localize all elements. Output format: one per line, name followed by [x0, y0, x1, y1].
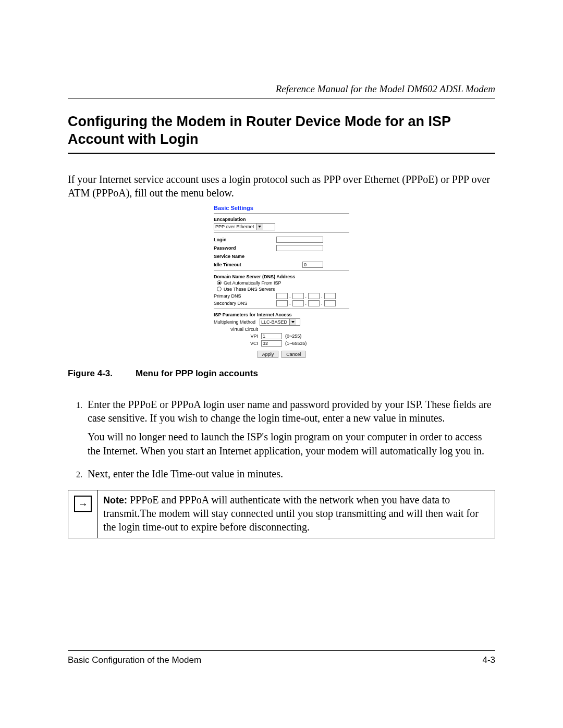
- basic-settings-figure: Basic Settings Encapsulation PPP over Et…: [214, 205, 349, 358]
- vci-hint: (1~65535): [285, 341, 307, 346]
- divider: [214, 232, 349, 233]
- virtual-circuit-label: Virtual Circuit: [214, 327, 261, 332]
- note-box: → Note: PPPoE and PPPoA will authenticat…: [68, 490, 495, 538]
- vpi-hint: (0~255): [285, 334, 301, 339]
- vci-label: VCI: [214, 341, 261, 346]
- apply-button[interactable]: Apply: [258, 351, 279, 358]
- section-heading: Configuring the Modem in Router Device M…: [68, 113, 495, 149]
- dns-auto-option[interactable]: Get Automatically From ISP: [217, 280, 349, 286]
- encapsulation-value: PPP over Ethernet: [215, 224, 254, 229]
- service-name-label: Service Name: [214, 254, 276, 259]
- mux-label: Multiplexing Method: [214, 319, 260, 325]
- arrow-right-icon: →: [74, 496, 92, 512]
- dns-auto-label: Get Automatically From ISP: [224, 280, 282, 286]
- cancel-button[interactable]: Cancel: [282, 351, 305, 358]
- intro-paragraph: If your Internet service account uses a …: [68, 172, 495, 200]
- secondary-dns-label: Secondary DNS: [214, 301, 276, 306]
- header-rule: [68, 98, 495, 98]
- secondary-dns-input[interactable]: . . .: [276, 300, 336, 306]
- step-2: Next, enter the Idle Time-out value in m…: [84, 467, 495, 480]
- dns-manual-option[interactable]: Use These DNS Servers: [217, 287, 349, 292]
- encapsulation-select[interactable]: PPP over Ethernet: [214, 223, 275, 230]
- isp-params-heading: ISP Parameters for Internet Access: [214, 312, 349, 317]
- divider: [214, 213, 349, 214]
- note-icon-cell: →: [68, 490, 98, 538]
- divider: [214, 309, 349, 309]
- manual-page: Reference Manual for the Model DM602 ADS…: [0, 0, 563, 728]
- vpi-input[interactable]: 1: [261, 333, 282, 339]
- step-1-text-b: You will no longer need to launch the IS…: [88, 430, 495, 458]
- primary-dns-label: Primary DNS: [214, 293, 276, 299]
- password-label: Password: [214, 245, 276, 251]
- chevron-down-icon: [289, 319, 296, 325]
- running-head: Reference Manual for the Model DM602 ADS…: [68, 83, 495, 95]
- step-2-text: Next, enter the Idle Time-out value in m…: [88, 468, 283, 479]
- password-input[interactable]: [276, 245, 323, 251]
- radio-icon: [217, 280, 222, 285]
- encapsulation-label: Encapsulation: [214, 217, 349, 222]
- footer-rule: [68, 650, 495, 651]
- login-label: Login: [214, 237, 276, 242]
- idle-timeout-input[interactable]: 0: [302, 262, 323, 268]
- figure-title: Menu for PPP login accounts: [136, 368, 258, 378]
- footer-left: Basic Configuration of the Modem: [68, 655, 201, 665]
- figure-caption: Figure 4-3.Menu for PPP login accounts: [68, 368, 495, 379]
- steps-list: Enter the PPPoE or PPPoA login user name…: [68, 398, 495, 481]
- chevron-down-icon: [256, 224, 263, 230]
- radio-icon: [217, 287, 222, 291]
- note-text: Note: PPPoE and PPPoA will authenticate …: [98, 490, 495, 538]
- mux-value: LLC-BASED: [261, 319, 287, 325]
- dns-manual-label: Use These DNS Servers: [224, 287, 275, 292]
- idle-timeout-label: Idle Timeout: [214, 262, 276, 267]
- step-1: Enter the PPPoE or PPPoA login user name…: [84, 398, 495, 458]
- note-label: Note:: [103, 495, 127, 505]
- mux-select[interactable]: LLC-BASED: [260, 318, 300, 326]
- login-input[interactable]: [276, 237, 323, 243]
- step-1-text-a: Enter the PPPoE or PPPoA login user name…: [88, 399, 492, 424]
- primary-dns-input[interactable]: . . .: [276, 293, 336, 299]
- vci-input[interactable]: 32: [261, 340, 282, 347]
- section-rule: [68, 153, 495, 154]
- divider: [214, 270, 349, 271]
- vpi-label: VPI: [214, 334, 261, 339]
- figure-number: Figure 4-3.: [68, 368, 113, 378]
- note-body: PPPoE and PPPoA will authenticate with t…: [103, 494, 479, 532]
- dns-heading: Domain Name Server (DNS) Address: [214, 274, 349, 279]
- page-footer: Basic Configuration of the Modem 4-3: [68, 650, 495, 665]
- footer-right: 4-3: [482, 655, 495, 665]
- settings-title: Basic Settings: [214, 205, 349, 211]
